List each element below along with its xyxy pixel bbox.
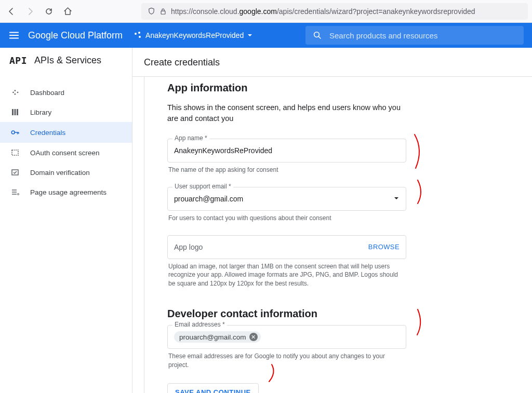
sidebar-item-label: OAuth consent screen (30, 149, 100, 157)
svg-point-3 (139, 36, 141, 38)
svg-rect-5 (12, 109, 14, 115)
remove-chip-icon[interactable]: ✕ (249, 333, 258, 341)
search-input[interactable] (329, 31, 516, 40)
key-icon (9, 128, 21, 137)
url-text: https://console.cloud.google.com/apis/cr… (171, 7, 475, 16)
platform-title[interactable]: Google Cloud Platform (28, 30, 123, 41)
address-bar[interactable]: https://console.cloud.google.com/apis/cr… (141, 3, 528, 20)
dev-email-label: Email addresses * (172, 321, 227, 328)
api-logo: API (9, 55, 27, 66)
library-icon (9, 108, 21, 116)
page-title: Create credentials (132, 48, 532, 77)
svg-point-11 (18, 194, 19, 195)
app-logo-help: Upload an image, not larger than 1MB on … (168, 262, 402, 288)
search-icon (313, 31, 322, 40)
support-email-help: For users to contact you with questions … (168, 214, 402, 223)
project-picker[interactable]: AnakeynKeywordsReProvided (134, 31, 253, 39)
gcp-header: Google Cloud Platform AnakeynKeywordsReP… (0, 23, 532, 48)
dev-email-field[interactable]: Email addresses * prouarch@gmail.com ✕ (167, 325, 406, 349)
sidebar-item-label: Library (30, 109, 51, 116)
app-name-help: The name of the app asking for consent (168, 166, 402, 174)
sidebar: API APIs & Services Dashboard Library Cr… (0, 48, 132, 393)
search-bar[interactable] (305, 26, 524, 45)
svg-rect-7 (17, 109, 18, 115)
svg-point-2 (138, 32, 140, 34)
chevron-down-icon (247, 32, 253, 38)
svg-rect-0 (161, 11, 165, 14)
browse-button[interactable]: BROWSE (368, 243, 400, 251)
developer-heading: Developer contact information (167, 308, 532, 320)
main-content: Create credentials App information This … (132, 48, 532, 393)
sidebar-item-library[interactable]: Library (0, 102, 132, 122)
app-info-description: This shows in the consent screen, and he… (167, 102, 406, 124)
save-and-continue-button[interactable]: SAVE AND CONTINUE (167, 383, 259, 393)
sidebar-item-label: Dashboard (30, 89, 64, 97)
dashboard-icon (9, 88, 21, 97)
forward-button[interactable] (23, 4, 37, 19)
sidebar-item-agreements[interactable]: Page usage agreements (0, 182, 132, 202)
sidebar-item-oauth[interactable]: OAuth consent screen (0, 143, 132, 162)
shield-icon (148, 7, 155, 15)
app-logo-label: App logo (174, 243, 203, 251)
verify-icon (9, 168, 21, 177)
project-icon (134, 31, 142, 39)
sidebar-item-credentials[interactable]: Credentials (0, 122, 132, 143)
chevron-down-icon (393, 195, 400, 203)
lock-icon (159, 8, 167, 15)
agreements-icon (9, 188, 21, 196)
dev-email-help: These email addresses are for Google to … (168, 352, 402, 370)
sidebar-item-label: Credentials (30, 129, 65, 137)
browser-toolbar: https://console.cloud.google.com/apis/cr… (0, 0, 532, 23)
app-info-heading: App information (167, 82, 532, 94)
email-chip: prouarch@gmail.com ✕ (174, 331, 261, 343)
back-button[interactable] (4, 4, 19, 19)
email-chip-text: prouarch@gmail.com (179, 333, 246, 341)
home-button[interactable] (60, 4, 75, 19)
app-name-field[interactable]: App name * AnakeynKeywordsReProvided (167, 139, 406, 162)
project-name: AnakeynKeywordsReProvided (145, 31, 244, 39)
sidebar-title: API APIs & Services (0, 48, 132, 73)
sidebar-item-domain[interactable]: Domain verification (0, 162, 132, 182)
sidebar-title-text: APIs & Services (34, 55, 101, 66)
reload-button[interactable] (42, 4, 56, 19)
support-email-value: prouarch@gmail.com (174, 195, 243, 203)
app-logo-field[interactable]: App logo BROWSE (167, 235, 406, 259)
svg-rect-6 (15, 109, 16, 115)
app-name-label: App name * (172, 134, 209, 142)
support-email-label: User support email * (172, 183, 233, 190)
sidebar-item-label: Domain verification (30, 169, 90, 177)
sidebar-item-label: Page usage agreements (30, 188, 107, 196)
svg-point-1 (135, 33, 137, 35)
menu-button[interactable] (8, 30, 20, 41)
app-name-value: AnakeynKeywordsReProvided (174, 146, 272, 155)
svg-rect-9 (12, 150, 18, 155)
consent-icon (9, 148, 21, 157)
svg-point-8 (11, 131, 15, 134)
support-email-field[interactable]: User support email * prouarch@gmail.com (167, 187, 406, 211)
sidebar-item-dashboard[interactable]: Dashboard (0, 83, 132, 102)
